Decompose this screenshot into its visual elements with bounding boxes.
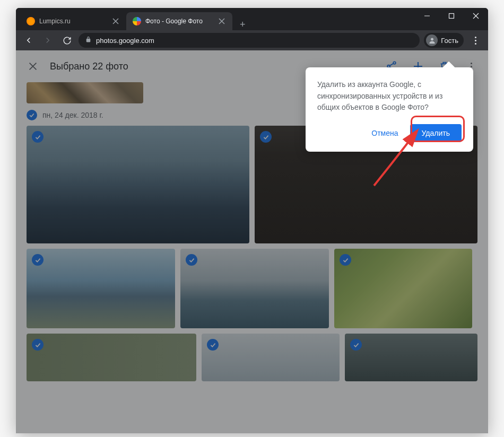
- checkmark-icon: [350, 339, 362, 351]
- checkmark-icon: [340, 254, 351, 266]
- window-close-button[interactable]: [464, 8, 488, 24]
- svg-rect-5: [449, 14, 454, 19]
- confirm-delete-button[interactable]: Удалить: [410, 124, 462, 142]
- checkmark-icon: [186, 254, 197, 266]
- photo-thumb[interactable]: [27, 82, 143, 103]
- window-controls: [415, 8, 488, 30]
- tab-title: Фото - Google Фото: [145, 18, 214, 25]
- popover-actions: Отмена Удалить: [317, 124, 462, 142]
- titlebar: Lumpics.ru Фото - Google Фото +: [16, 8, 488, 30]
- lock-icon: [85, 36, 92, 45]
- svg-point-11: [393, 62, 396, 64]
- photo-thumb[interactable]: [180, 249, 329, 328]
- checkmark-icon: [32, 254, 44, 266]
- photo-thumb[interactable]: [27, 249, 175, 328]
- forward-button[interactable]: [40, 33, 55, 48]
- delete-confirm-popover: Удалить из аккаунта Google, с синхронизи…: [306, 67, 473, 152]
- svg-point-8: [431, 38, 433, 40]
- new-tab-button[interactable]: +: [232, 19, 253, 30]
- checkmark-icon: [32, 131, 44, 143]
- page-content: Выбрано 22 фото пн, 24 дек. 2018 г.: [16, 50, 488, 433]
- checkmark-icon: [207, 339, 219, 351]
- popover-message: Удалить из аккаунта Google, с синхронизи…: [317, 79, 462, 113]
- date-label: пн, 24 дек. 2018 г.: [42, 111, 103, 119]
- clear-selection-button[interactable]: [27, 60, 39, 73]
- address-bar: photos.google.com Гость: [16, 30, 488, 50]
- browser-menu-button[interactable]: [468, 33, 483, 48]
- back-button[interactable]: [21, 33, 36, 48]
- minimize-button[interactable]: [415, 8, 439, 24]
- checkmark-icon: [27, 110, 37, 120]
- reload-button[interactable]: [59, 33, 74, 48]
- tab-strip: Lumpics.ru Фото - Google Фото +: [16, 8, 415, 30]
- svg-line-14: [390, 64, 394, 66]
- three-dots-icon: [475, 37, 476, 45]
- checkmark-icon: [260, 131, 272, 143]
- profile-label: Гость: [441, 37, 458, 45]
- browser-window: Lumpics.ru Фото - Google Фото +: [16, 8, 488, 433]
- profile-chip[interactable]: Гость: [424, 33, 464, 48]
- url-text: photos.google.com: [96, 37, 154, 45]
- photo-thumb[interactable]: [202, 334, 340, 381]
- close-icon[interactable]: [218, 17, 226, 25]
- close-icon[interactable]: [111, 17, 120, 25]
- tab-google-photos[interactable]: Фото - Google Фото: [126, 12, 232, 30]
- photo-thumb[interactable]: [27, 126, 249, 243]
- cancel-button[interactable]: Отмена: [366, 125, 403, 142]
- maximize-button[interactable]: [439, 8, 464, 24]
- photo-thumb[interactable]: [334, 249, 472, 328]
- favicon-icon: [27, 17, 35, 25]
- photo-thumb[interactable]: [345, 334, 477, 381]
- checkmark-icon: [32, 339, 44, 351]
- url-field[interactable]: photos.google.com: [79, 33, 420, 48]
- favicon-icon: [133, 17, 141, 25]
- tab-lumpics[interactable]: Lumpics.ru: [20, 12, 126, 30]
- avatar-icon: [426, 34, 438, 46]
- tab-title: Lumpics.ru: [39, 18, 108, 25]
- photo-thumb[interactable]: [27, 334, 196, 381]
